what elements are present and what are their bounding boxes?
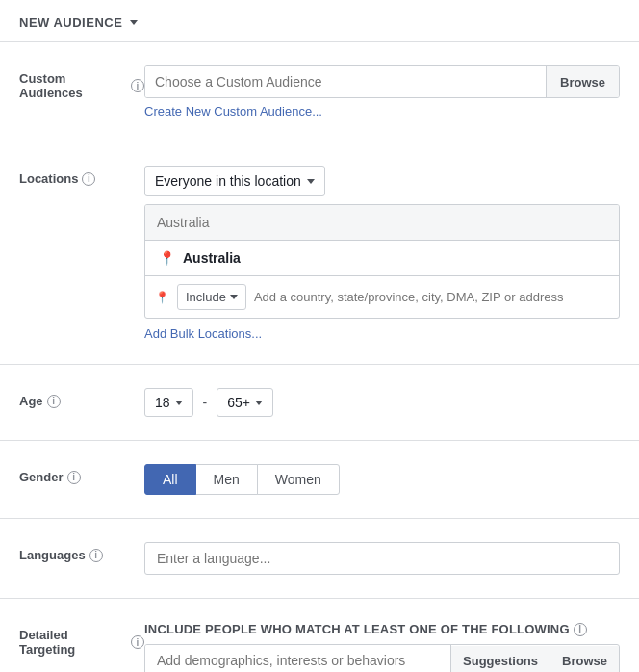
custom-audience-input-wrapper: Browse	[144, 65, 620, 98]
gender-all-button[interactable]: All	[144, 464, 196, 495]
detailed-targeting-info-icon[interactable]: i	[131, 635, 144, 649]
custom-audiences-label: Custom Audiences i	[19, 65, 144, 100]
location-selected-item: 📍 Australia	[145, 241, 619, 276]
custom-audiences-row: Custom Audiences i Browse Create New Cus…	[0, 58, 639, 126]
page-title: NEW AUDIENCE	[19, 15, 122, 30]
detailed-targeting-row: Detailed Targeting i INCLUDE people who …	[0, 614, 639, 672]
location-add-input[interactable]	[254, 290, 609, 304]
locations-label: Locations i	[19, 166, 144, 186]
locations-info-icon[interactable]: i	[82, 172, 95, 186]
include-note: INCLUDE people who match at least ONE of…	[144, 622, 620, 636]
custom-audience-input[interactable]	[145, 66, 546, 97]
include-chevron-icon	[230, 295, 238, 299]
gender-buttons: All Men Women	[144, 464, 620, 495]
custom-audiences-section: Custom Audiences i Browse Create New Cus…	[0, 42, 639, 142]
gender-info-icon[interactable]: i	[67, 471, 81, 484]
age-max-chevron-icon	[255, 401, 263, 405]
include-note-info-icon[interactable]: i	[574, 623, 587, 636]
gender-content: All Men Women	[144, 464, 620, 495]
gender-row: Gender i All Men Women	[0, 456, 639, 503]
gender-women-button[interactable]: Women	[257, 464, 340, 495]
include-dropdown-button[interactable]: Include	[177, 284, 246, 310]
custom-audiences-info-icon[interactable]: i	[131, 79, 144, 92]
location-dropdown-chevron-icon	[307, 179, 315, 184]
suggestions-button[interactable]: Suggestions	[451, 646, 550, 673]
gender-label: Gender i	[19, 464, 144, 484]
age-info-icon[interactable]: i	[47, 395, 61, 408]
locations-row: Locations i Everyone in this location 📍 …	[0, 158, 639, 349]
location-box: 📍 Australia 📍 Include	[144, 204, 620, 319]
targeting-input[interactable]	[145, 645, 450, 672]
custom-audiences-browse-button[interactable]: Browse	[546, 66, 619, 97]
location-include-pin-icon: 📍	[155, 291, 169, 304]
age-section: Age i 18 - 65+	[0, 365, 639, 441]
location-pin-icon: 📍	[159, 250, 175, 266]
targeting-input-wrapper: Suggestions Browse	[144, 644, 620, 672]
targeting-actions: Suggestions Browse	[450, 645, 619, 672]
gender-section: Gender i All Men Women	[0, 441, 639, 519]
language-input[interactable]	[144, 542, 620, 575]
age-max-select[interactable]: 65+	[217, 388, 273, 417]
custom-audiences-content: Browse Create New Custom Audience...	[144, 65, 620, 118]
locations-section: Locations i Everyone in this location 📍 …	[0, 142, 639, 365]
age-row: Age i 18 - 65+	[0, 380, 639, 425]
locations-content: Everyone in this location 📍 Australia 📍 …	[144, 166, 620, 341]
everyone-location-dropdown[interactable]: Everyone in this location	[144, 166, 325, 196]
targeting-browse-button[interactable]: Browse	[550, 646, 619, 673]
age-min-select[interactable]: 18	[144, 388, 193, 417]
detailed-targeting-content: INCLUDE people who match at least ONE of…	[144, 622, 620, 672]
languages-section: Languages i	[0, 519, 639, 599]
gender-men-button[interactable]: Men	[195, 464, 258, 495]
chevron-down-icon[interactable]	[130, 20, 138, 25]
create-custom-audience-link[interactable]: Create New Custom Audience...	[144, 104, 322, 118]
languages-label: Languages i	[19, 542, 144, 562]
location-include-row: 📍 Include	[145, 276, 619, 318]
age-controls: 18 - 65+	[144, 388, 620, 417]
languages-content	[144, 542, 620, 575]
age-min-chevron-icon	[175, 401, 183, 405]
detailed-targeting-label: Detailed Targeting i	[19, 622, 144, 657]
age-dash: -	[203, 395, 208, 410]
languages-info-icon[interactable]: i	[89, 549, 103, 562]
detailed-targeting-section: Detailed Targeting i INCLUDE people who …	[0, 599, 639, 672]
header: NEW AUDIENCE	[0, 0, 639, 42]
age-label: Age i	[19, 388, 144, 408]
age-content: 18 - 65+	[144, 388, 620, 417]
location-search-input[interactable]	[145, 205, 619, 241]
languages-row: Languages i	[0, 534, 639, 582]
add-bulk-locations-link[interactable]: Add Bulk Locations...	[144, 326, 262, 341]
